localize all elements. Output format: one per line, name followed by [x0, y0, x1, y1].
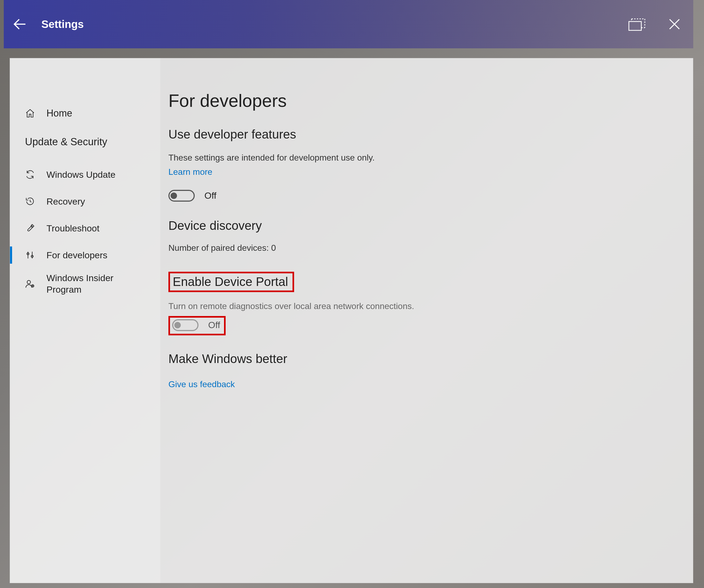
sidebar-item-recovery[interactable]: Recovery: [10, 188, 160, 215]
history-icon: [25, 196, 38, 206]
back-arrow-icon: [11, 16, 28, 32]
app-header: Settings: [4, 0, 693, 48]
sidebar-item-windows-update[interactable]: Windows Update: [10, 161, 160, 188]
sidebar: Home Update & Security Windows Update: [10, 58, 160, 583]
dev-features-toggle[interactable]: [168, 190, 195, 202]
back-button[interactable]: [4, 0, 36, 48]
sync-icon: [25, 170, 38, 180]
sidebar-item-label: Recovery: [47, 196, 85, 207]
main-content: For developers Use developer features Th…: [160, 58, 693, 583]
paired-devices-count: Number of paired devices: 0: [168, 243, 682, 253]
sidebar-home-label: Home: [47, 108, 72, 119]
learn-more-link[interactable]: Learn more: [168, 167, 213, 177]
svg-point-12: [27, 280, 31, 284]
home-icon: [25, 108, 38, 118]
section-make-windows-better: Make Windows better: [168, 351, 682, 366]
give-feedback-link[interactable]: Give us feedback: [168, 379, 235, 389]
sidebar-item-label: Windows Insider Program: [47, 272, 132, 295]
sidebar-item-label: Troubleshoot: [47, 222, 99, 234]
sidebar-item-troubleshoot[interactable]: Troubleshoot: [10, 215, 160, 242]
page-title: For developers: [168, 90, 682, 111]
section-use-dev-features: Use developer features: [168, 127, 682, 141]
sidebar-category: Update & Security: [10, 125, 160, 161]
resize-icon: [628, 17, 646, 32]
sidebar-home[interactable]: Home: [10, 101, 160, 125]
app-title: Settings: [41, 18, 84, 30]
close-icon: [667, 17, 682, 31]
close-button[interactable]: [656, 0, 693, 48]
section-enable-device-portal: Enable Device Portal: [173, 274, 288, 289]
insider-icon: [25, 279, 38, 289]
device-portal-toggle-label: Off: [208, 320, 220, 330]
dev-features-toggle-label: Off: [204, 190, 217, 201]
sidebar-item-for-developers[interactable]: For developers: [10, 242, 160, 268]
wrench-icon: [25, 223, 38, 233]
sidebar-item-label: Windows Update: [47, 169, 116, 181]
device-portal-desc: Turn on remote diagnostics over local ar…: [168, 301, 682, 311]
device-portal-toggle[interactable]: [172, 319, 198, 331]
window-resize-button[interactable]: [618, 0, 656, 48]
highlight-enable-device-portal: Enable Device Portal: [168, 272, 294, 292]
dev-features-desc: These settings are intended for developm…: [168, 152, 682, 164]
section-device-discovery: Device discovery: [168, 218, 682, 233]
sidebar-item-insider[interactable]: Windows Insider Program: [10, 268, 160, 299]
svg-rect-1: [629, 21, 641, 30]
developer-icon: [25, 250, 38, 260]
highlight-device-portal-toggle: Off: [168, 316, 226, 335]
sidebar-item-label: For developers: [47, 249, 107, 261]
settings-window: Home Update & Security Windows Update: [10, 58, 693, 583]
